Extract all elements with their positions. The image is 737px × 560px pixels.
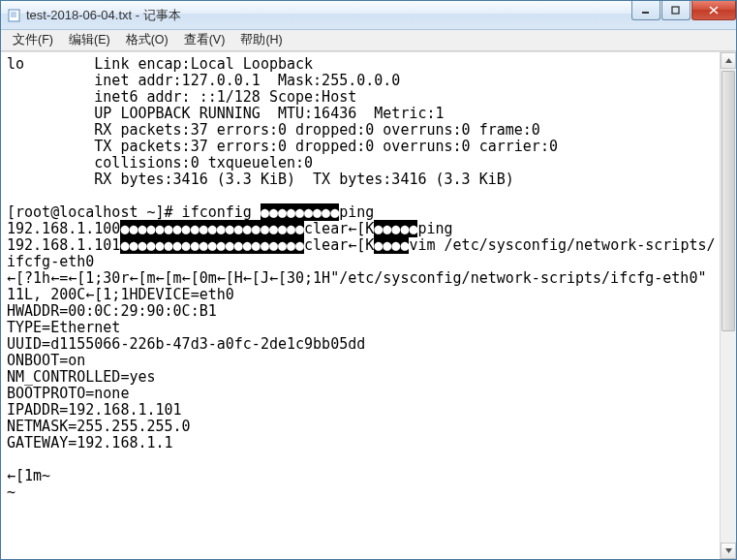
scroll-down-button[interactable] [721,543,736,559]
menubar: 文件(F) 编辑(E) 格式(O) 查看(V) 帮助(H) [1,30,736,51]
maximize-button[interactable] [661,1,691,20]
vertical-scrollbar[interactable] [720,52,736,559]
menu-view[interactable]: 查看(V) [176,30,233,50]
notepad-icon [7,8,22,23]
text-content[interactable]: lo Link encap:Local Loopback inet addr:1… [7,56,718,501]
scroll-up-button[interactable] [721,52,736,69]
scroll-thumb[interactable] [722,71,735,331]
menu-edit[interactable]: 编辑(E) [61,30,118,50]
svg-marker-8 [725,58,732,63]
menu-file[interactable]: 文件(F) [5,30,61,50]
svg-rect-0 [9,10,19,21]
titlebar[interactable]: test-2018-06-04.txt - 记事本 [1,1,736,30]
menu-format[interactable]: 格式(O) [118,30,176,50]
notepad-window: test-2018-06-04.txt - 记事本 文件(F) 编辑(E) 格式… [0,0,737,560]
text-editor[interactable]: lo Link encap:Local Loopback inet addr:1… [1,52,720,559]
window-controls [630,1,736,29]
svg-marker-9 [725,548,732,553]
svg-rect-5 [672,7,679,14]
menu-help[interactable]: 帮助(H) [232,30,290,50]
content-area: lo Link encap:Local Loopback inet addr:1… [1,51,736,559]
window-title: test-2018-06-04.txt - 记事本 [26,7,630,24]
minimize-button[interactable] [631,1,660,20]
scroll-track[interactable] [721,69,736,543]
close-button[interactable] [691,1,736,20]
